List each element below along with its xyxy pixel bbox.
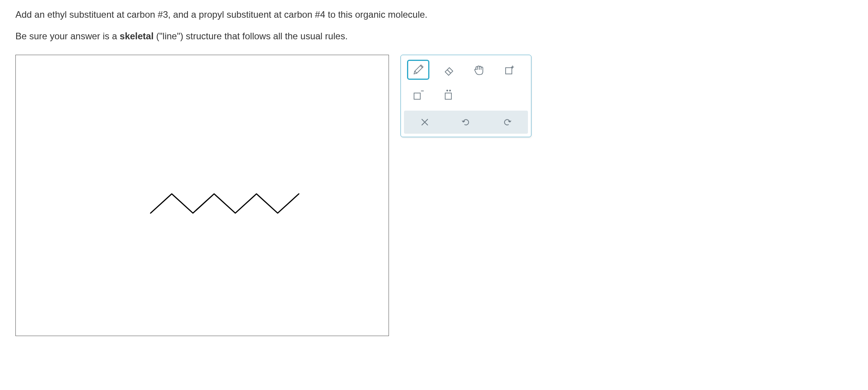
pencil-tool[interactable] bbox=[407, 60, 429, 80]
question-text: Add an ethyl substituent at carbon #3, a… bbox=[15, 8, 853, 43]
tool-grid-row-2 bbox=[402, 83, 530, 109]
molecule-structure[interactable] bbox=[147, 186, 301, 225]
eraser-tool[interactable] bbox=[437, 60, 460, 80]
selection-plus-icon bbox=[502, 63, 516, 77]
grab-tool[interactable] bbox=[468, 60, 490, 80]
drawing-canvas[interactable] bbox=[15, 55, 389, 336]
question-line-1: Add an ethyl substituent at carbon #3, a… bbox=[15, 8, 853, 22]
pencil-icon bbox=[411, 63, 425, 77]
negative-charge-tool[interactable] bbox=[407, 84, 429, 104]
svg-rect-2 bbox=[445, 93, 451, 99]
text: Be sure your answer is a bbox=[15, 31, 120, 41]
undo-button[interactable] bbox=[458, 114, 474, 130]
lone-pair-tool[interactable] bbox=[437, 84, 460, 104]
action-row bbox=[404, 111, 528, 134]
close-icon bbox=[420, 117, 430, 127]
content-row bbox=[15, 55, 853, 336]
negative-charge-icon bbox=[411, 87, 425, 101]
undo-icon bbox=[461, 117, 471, 127]
svg-rect-0 bbox=[506, 68, 512, 74]
question-line-2: Be sure your answer is a skeletal ("line… bbox=[15, 29, 853, 43]
carbon-number-1: 3 bbox=[163, 9, 168, 20]
drawing-toolbox bbox=[400, 55, 531, 137]
grab-icon bbox=[472, 63, 486, 77]
clear-button[interactable] bbox=[417, 114, 432, 130]
text: to this organic molecule. bbox=[325, 9, 427, 20]
redo-icon bbox=[502, 117, 512, 127]
carbon-number-2: 4 bbox=[320, 9, 325, 20]
svg-point-3 bbox=[446, 90, 448, 92]
svg-rect-1 bbox=[414, 93, 420, 99]
redo-button[interactable] bbox=[499, 114, 515, 130]
svg-point-4 bbox=[449, 90, 451, 92]
lone-pair-icon bbox=[442, 87, 456, 101]
tool-grid-row-1 bbox=[402, 57, 530, 83]
text: ("line") structure that follows all the … bbox=[154, 31, 348, 41]
selection-plus-tool[interactable] bbox=[498, 60, 520, 80]
text-bold: skeletal bbox=[120, 31, 154, 41]
eraser-icon bbox=[442, 63, 456, 77]
text: , and a propyl substituent at carbon # bbox=[168, 9, 320, 20]
text: Add an ethyl substituent at carbon # bbox=[15, 9, 163, 20]
